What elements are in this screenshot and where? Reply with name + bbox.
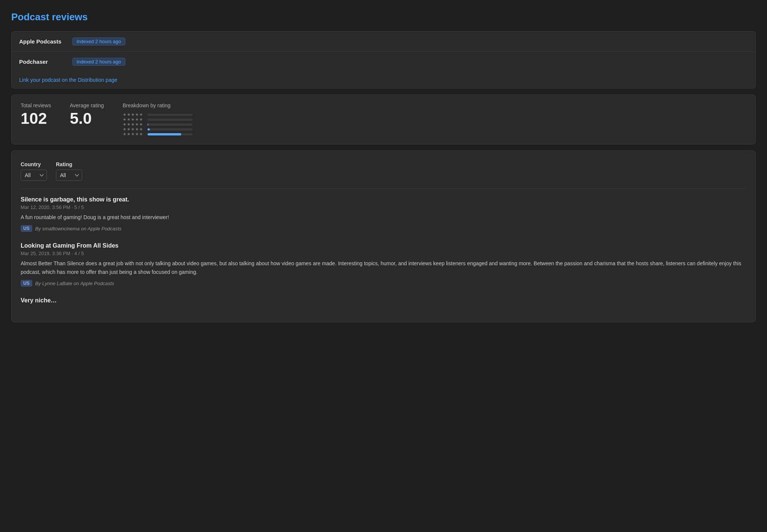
country-badge: US bbox=[21, 280, 32, 287]
review-meta: Mar 12, 2020, 3:56 PM · 5 / 5 bbox=[21, 204, 746, 210]
total-reviews-label: Total reviews bbox=[21, 102, 51, 108]
average-rating-value: 5.0 bbox=[70, 110, 104, 127]
review-title: Very niche… bbox=[21, 297, 746, 304]
bar-container bbox=[147, 133, 193, 135]
filters-reviews-card: Country All US GB CA AU Rating All 5 4 3… bbox=[11, 150, 756, 322]
breakdown-row: ★★★★★ bbox=[123, 132, 193, 137]
star-icons: ★★★★★ bbox=[123, 132, 145, 137]
review-item: Silence is garbage, this show is great.M… bbox=[21, 196, 746, 232]
reviews-section: Silence is garbage, this show is great.M… bbox=[12, 196, 755, 322]
distribution-link[interactable]: Link your podcast on the Distribution pa… bbox=[12, 72, 125, 88]
bar-container bbox=[147, 114, 193, 116]
review-body: A fun rountable of gaming! Doug is a gre… bbox=[21, 213, 746, 221]
star-icons: ★★★★★ bbox=[123, 112, 145, 117]
rating-filter-group: Rating All 5 4 3 2 1 bbox=[56, 161, 82, 181]
review-item: Looking at Gaming From All SidesMar 25, … bbox=[21, 242, 746, 287]
bar-container bbox=[147, 128, 193, 131]
review-author: By Lynne LaBate on Apple Podcasts bbox=[35, 281, 114, 286]
podchaser-label: Podchaser bbox=[19, 59, 68, 65]
rating-filter-label: Rating bbox=[56, 161, 82, 167]
breakdown-block: Breakdown by rating ★★★★★★★★★★★★★★★★★★★★… bbox=[123, 102, 193, 137]
podchaser-row: Podchaser Indexed 2 hours ago bbox=[12, 52, 755, 72]
bar-fill bbox=[147, 133, 181, 135]
podchaser-indexed-badge: Indexed 2 hours ago bbox=[72, 58, 125, 66]
bar-fill bbox=[147, 123, 148, 126]
review-author: By smalltowncinema on Apple Podcasts bbox=[35, 226, 122, 231]
review-author-row: USBy smalltowncinema on Apple Podcasts bbox=[21, 225, 746, 232]
filters-section: Country All US GB CA AU Rating All 5 4 3… bbox=[12, 151, 755, 189]
country-filter-group: Country All US GB CA AU bbox=[21, 161, 47, 181]
star-icons: ★★★★★ bbox=[123, 127, 145, 132]
total-reviews-block: Total reviews 102 bbox=[21, 102, 51, 127]
filters-row: Country All US GB CA AU Rating All 5 4 3… bbox=[21, 161, 746, 181]
apple-podcasts-row: Apple Podcasts Indexed 2 hours ago bbox=[12, 32, 755, 52]
breakdown-row: ★★★★★ bbox=[123, 117, 193, 122]
stats-row: Total reviews 102 Average rating 5.0 Bre… bbox=[21, 102, 746, 137]
breakdown-row: ★★★★★ bbox=[123, 122, 193, 127]
review-author-row: USBy Lynne LaBate on Apple Podcasts bbox=[21, 280, 746, 287]
sources-card: Apple Podcasts Indexed 2 hours ago Podch… bbox=[11, 31, 756, 89]
apple-podcasts-label: Apple Podcasts bbox=[19, 38, 68, 45]
country-filter-label: Country bbox=[21, 161, 47, 167]
star-icons: ★★★★★ bbox=[123, 117, 145, 122]
divider bbox=[21, 188, 746, 189]
bar-fill bbox=[147, 128, 150, 131]
bar-container bbox=[147, 119, 193, 121]
apple-podcasts-indexed-badge: Indexed 2 hours ago bbox=[72, 38, 125, 45]
breakdown-row: ★★★★★ bbox=[123, 112, 193, 117]
average-rating-label: Average rating bbox=[70, 102, 104, 108]
rating-select[interactable]: All 5 4 3 2 1 bbox=[56, 170, 82, 181]
review-title: Silence is garbage, this show is great. bbox=[21, 196, 746, 203]
star-icons: ★★★★★ bbox=[123, 122, 145, 127]
stats-card: Total reviews 102 Average rating 5.0 Bre… bbox=[11, 95, 756, 144]
country-select[interactable]: All US GB CA AU bbox=[21, 170, 47, 181]
breakdown-row: ★★★★★ bbox=[123, 127, 193, 132]
review-meta: Mar 25, 2019, 3:36 PM · 4 / 5 bbox=[21, 251, 746, 256]
total-reviews-value: 102 bbox=[21, 110, 51, 127]
bar-container bbox=[147, 123, 193, 126]
review-item: Very niche… bbox=[21, 297, 746, 304]
breakdown-label: Breakdown by rating bbox=[123, 102, 193, 108]
page-title: Podcast reviews bbox=[11, 11, 756, 23]
review-body: Almost Better Than Silence does a great … bbox=[21, 259, 746, 276]
country-badge: US bbox=[21, 225, 32, 232]
average-rating-block: Average rating 5.0 bbox=[70, 102, 104, 127]
breakdown-rows: ★★★★★★★★★★★★★★★★★★★★★★★★★ bbox=[123, 112, 193, 137]
review-title: Looking at Gaming From All Sides bbox=[21, 242, 746, 249]
